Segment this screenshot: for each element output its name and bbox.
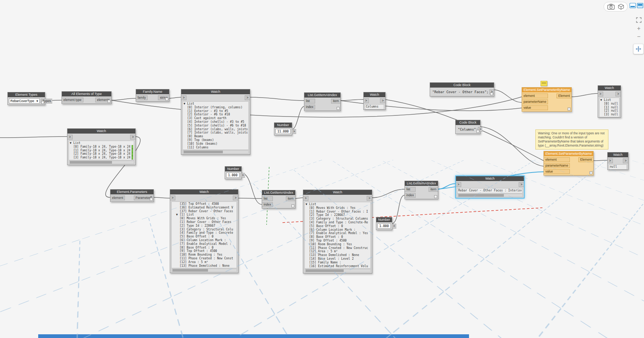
- element-highlight-badge[interactable]: [132, 152, 133, 156]
- node-title[interactable]: List.GetItemAtIndex: [304, 93, 340, 98]
- horizontal-scrollbar[interactable]: [171, 269, 237, 272]
- node-title[interactable]: Watch: [303, 190, 372, 195]
- element-highlight-badge[interactable]: [132, 145, 133, 149]
- output-port[interactable]: >: [233, 196, 238, 200]
- preview-toggle[interactable]: [434, 195, 437, 198]
- node-set-parameter-by-name-top[interactable]: Element.SetParameterByName element param…: [522, 87, 572, 112]
- wire[interactable]: [340, 99, 363, 101]
- input-port-list[interactable]: list: [304, 99, 315, 104]
- wire[interactable]: [571, 93, 598, 97]
- node-title[interactable]: Watch: [598, 86, 621, 91]
- wire[interactable]: [241, 173, 262, 204]
- wire[interactable]: [295, 198, 303, 198]
- input-port-parametername[interactable]: parameterName: [544, 163, 570, 168]
- node-title[interactable]: All Elements of Type: [62, 92, 111, 96]
- preview-toggle[interactable]: [589, 171, 592, 174]
- input-port-list[interactable]: list: [405, 187, 416, 192]
- input-port[interactable]: >: [608, 158, 613, 163]
- wire[interactable]: [111, 98, 136, 100]
- node-watch-families[interactable]: Watch > > ▼ List [0] Family-18 x 24, Typ…: [67, 128, 136, 165]
- node-watch-null[interactable]: Watch > > null: [607, 152, 628, 170]
- node-element-types[interactable]: Element Types RebarCoverType ▾ Types: [7, 92, 45, 105]
- node-title[interactable]: Watch: [608, 152, 628, 157]
- wire[interactable]: [371, 189, 404, 198]
- output-port[interactable]: >: [367, 196, 372, 201]
- preview-toggle[interactable]: [108, 100, 110, 103]
- node-number-1-bottom[interactable]: Number 1.000 >: [376, 217, 392, 230]
- number-input[interactable]: 11.000: [275, 129, 291, 134]
- node-number-11[interactable]: Number 11.000 >: [274, 122, 292, 135]
- node-number-1-top[interactable]: Number 1.000 >: [225, 166, 242, 179]
- output-port[interactable]: >: [241, 173, 245, 178]
- input-port[interactable]: >: [181, 95, 186, 100]
- input-port[interactable]: >: [456, 182, 461, 187]
- preview-toggle[interactable]: [337, 107, 340, 110]
- scrollbar-thumb[interactable]: [306, 269, 344, 272]
- output-port[interactable]: >: [615, 92, 621, 96]
- number-input[interactable]: 1.000: [377, 223, 391, 229]
- fit-view-button[interactable]: [634, 16, 643, 24]
- preview-toggle[interactable]: [490, 92, 493, 95]
- input-port[interactable]: >: [364, 98, 369, 103]
- node-title[interactable]: Code Block: [456, 120, 480, 125]
- number-input[interactable]: 1.000: [226, 173, 240, 178]
- preview-toggle[interactable]: [568, 108, 571, 111]
- output-port[interactable]: >: [392, 224, 396, 229]
- horizontal-scrollbar[interactable]: [182, 150, 249, 154]
- node-title[interactable]: Element.SetParameterByName: [544, 151, 593, 156]
- node-watch-parameter-list[interactable]: Watch > > ▼ List [0] Moves With Grids : …: [303, 190, 372, 273]
- node-title[interactable]: Code Block: [430, 83, 494, 88]
- input-port-value[interactable]: value: [522, 105, 548, 110]
- output-port[interactable]: >: [292, 129, 296, 134]
- node-title[interactable]: Family.Name: [136, 89, 169, 94]
- scrollbar-thumb[interactable]: [70, 161, 112, 164]
- input-port-parametername[interactable]: parameterName: [522, 99, 548, 104]
- output-port[interactable]: >: [380, 98, 385, 103]
- node-code-block-rebar-cover[interactable]: Code Block "Rebar Cover - Other Faces"; …: [430, 82, 494, 96]
- scrollbar-thumb[interactable]: [184, 151, 223, 153]
- horizontal-scrollbar[interactable]: [457, 194, 523, 197]
- output-port-item[interactable]: item: [429, 187, 438, 192]
- preview-toggle[interactable]: [291, 204, 294, 207]
- input-port-index[interactable]: index: [304, 105, 315, 109]
- output-port-element[interactable]: Element: [578, 157, 593, 162]
- node-watch-selected[interactable]: Watch > > Rebar Cover - Other Faces : In…: [455, 175, 525, 198]
- node-title[interactable]: List.GetItemAtIndex: [405, 181, 438, 186]
- input-port-family[interactable]: family: [136, 95, 148, 100]
- node-code-block-columns[interactable]: Code Block "Columns"; >: [455, 120, 480, 134]
- output-port-item[interactable]: item: [331, 99, 340, 104]
- node-family-name[interactable]: Family.Name family string: [136, 89, 169, 102]
- node-set-parameter-by-name-bottom[interactable]: Element.SetParameterByName element param…: [544, 151, 594, 175]
- warning-note-icon[interactable]: [541, 81, 547, 86]
- node-list-getitematindex-bottom[interactable]: List.GetItemAtIndex list index item: [262, 190, 295, 209]
- preview-toggle[interactable]: [165, 98, 168, 101]
- scrollbar-thumb[interactable]: [458, 194, 504, 197]
- wire[interactable]: [0, 137, 68, 138]
- graph-view-toggle-icon[interactable]: [630, 3, 636, 8]
- node-watch-parameters-scrolled[interactable]: Watch > > [35] Top Offset : 4500 [36] Es…: [170, 189, 238, 273]
- output-port-element[interactable]: Element: [557, 93, 571, 98]
- element-highlight-badge[interactable]: [132, 149, 133, 152]
- element-highlight-badge[interactable]: [132, 156, 133, 160]
- input-port-value[interactable]: value: [544, 169, 570, 174]
- input-port[interactable]: >: [170, 196, 175, 200]
- input-port-index[interactable]: index: [262, 202, 273, 207]
- pan-button[interactable]: [633, 44, 644, 54]
- node-all-elements-of-type[interactable]: All Elements of Type element type elemen…: [62, 91, 112, 104]
- geometry-cube-icon[interactable]: [618, 4, 624, 10]
- input-port[interactable]: >: [67, 135, 73, 140]
- scrollbar-thumb[interactable]: [172, 269, 208, 272]
- horizontal-scrollbar[interactable]: [304, 269, 371, 272]
- input-port-element-type[interactable]: element type: [62, 98, 83, 102]
- node-title[interactable]: Watch: [456, 176, 524, 181]
- wire[interactable]: [238, 198, 262, 198]
- rebar-cover-type-dropdown[interactable]: RebarCoverType ▾: [9, 98, 40, 104]
- input-port-element[interactable]: element: [110, 196, 125, 200]
- node-title[interactable]: List.GetItemAtIndex: [262, 190, 295, 195]
- node-title[interactable]: Number: [225, 167, 241, 171]
- node-title[interactable]: Number: [376, 217, 392, 222]
- wire[interactable]: [169, 97, 182, 98]
- node-element-parameters[interactable]: Element.Parameters element Parameter[]: [110, 189, 154, 202]
- input-port[interactable]: >: [303, 196, 308, 201]
- wire[interactable]: [392, 195, 404, 224]
